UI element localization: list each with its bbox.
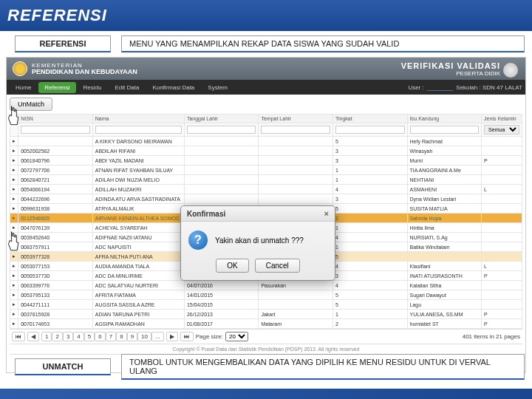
- pager-page[interactable]: 3: [63, 332, 73, 341]
- chevron-right-icon: ▸: [13, 311, 16, 316]
- filter-input[interactable]: [21, 126, 90, 134]
- banner-title: REFERENSI: [7, 6, 107, 25]
- gov-logo-icon: [13, 61, 27, 76]
- annotation-right-top: MENU YANG MENAMPILKAN REKAP DATA SISWA Y…: [121, 35, 525, 52]
- pager-first[interactable]: ⏮: [12, 332, 25, 341]
- pager-next[interactable]: ▶: [166, 332, 178, 341]
- content-area: UnMatch NISNNamaTanggal LahirTempat Lahi…: [7, 95, 525, 372]
- nav-item-system[interactable]: System: [202, 82, 233, 93]
- bottom-strip: [0, 389, 532, 399]
- column-header[interactable]: Tanggal Lahir: [184, 115, 259, 123]
- column-header[interactable]: Nama: [92, 115, 184, 123]
- pager-page[interactable]: ...: [151, 332, 164, 341]
- table-row[interactable]: ▸0070174653AGSIPA RAMADHAN01/08/2017Mata…: [10, 319, 522, 329]
- pager-page[interactable]: 6: [95, 332, 105, 341]
- pager-summary: 401 items in 21 pages: [463, 333, 520, 340]
- dialog-message: Yakin akan di unmatch ???: [215, 236, 304, 245]
- confirm-dialog: Konfirmasi × ? Yakin akan di unmatch ???…: [180, 205, 335, 281]
- chevron-right-icon: ▸: [13, 138, 16, 143]
- annotation-left-bottom: UNMATCH: [15, 358, 111, 375]
- bottom-annotation-row: UNMATCH TOMBOL UNTUK MENGEMBALIKAN DATA …: [0, 354, 532, 380]
- table-row[interactable]: ▸0052002582ABDILAH RIFANI3Winasyah: [10, 146, 522, 156]
- dialog-buttons: OK Cancel: [181, 254, 335, 280]
- filter-input[interactable]: [187, 126, 256, 134]
- pager-page[interactable]: 9: [127, 332, 137, 341]
- pager-page[interactable]: 4: [73, 332, 83, 341]
- chevron-right-icon: ▸: [13, 301, 16, 307]
- chevron-right-icon: ▸: [13, 253, 16, 259]
- chevron-right-icon: ▸: [13, 205, 16, 211]
- cancel-button[interactable]: Cancel: [255, 259, 300, 273]
- nav-user-label: User :: [408, 84, 423, 91]
- nav-item-residu[interactable]: Residu: [78, 82, 108, 93]
- column-header[interactable]: Ibu Kandung: [407, 115, 482, 123]
- chevron-right-icon: ▸: [13, 157, 16, 163]
- column-header[interactable]: Jenis Kelamin: [482, 115, 522, 123]
- annotation-right-bottom: TOMBOL UNTUK MENGEMBALIKAN DATA YANG DIP…: [121, 354, 525, 380]
- pager-page[interactable]: 8: [116, 332, 126, 341]
- chevron-right-icon: ▸: [13, 148, 16, 153]
- filter-select[interactable]: Semua: [484, 125, 519, 134]
- pager-last[interactable]: ⏭: [180, 332, 194, 341]
- verval-block: VERIFIKASI VALIDASI PESERTA DIDIK: [401, 61, 519, 77]
- pager-size-select[interactable]: 20: [225, 332, 248, 341]
- pager-page[interactable]: 10: [137, 332, 151, 341]
- filter-input[interactable]: [410, 126, 480, 134]
- filter-input[interactable]: [261, 126, 330, 134]
- dialog-title-text: Konfirmasi: [187, 210, 225, 218]
- pager-page[interactable]: 7: [106, 332, 116, 341]
- navbar: HomeReferensiResiduEdit DataKonfirmasi D…: [7, 80, 525, 95]
- nav-item-edit-data[interactable]: Edit Data: [109, 82, 146, 93]
- pager-prev[interactable]: ◀: [27, 332, 39, 341]
- chevron-right-icon: ▸: [13, 234, 16, 239]
- nav-item-home[interactable]: Home: [10, 82, 37, 93]
- dialog-body: ? Yakin akan di unmatch ???: [181, 222, 335, 254]
- chevron-right-icon: ▸: [13, 186, 16, 191]
- annotation-left-top: REFERENSI: [15, 35, 111, 52]
- pager-page[interactable]: 5: [84, 332, 95, 341]
- chevron-right-icon: ▸: [13, 196, 16, 201]
- table-row[interactable]: ▸0061840796ABDI YAZIL MADANI3MurniP: [10, 156, 522, 166]
- top-annotation-row: REFERENSI MENU YANG MENAMPILKAN REKAP DA…: [0, 35, 532, 52]
- footer-copyright: Copyright © Pusat Data dan Statistik Pen…: [10, 344, 522, 354]
- chevron-right-icon: ▸: [13, 273, 16, 278]
- nav-item-referensi[interactable]: Referensi: [38, 82, 75, 93]
- table-row[interactable]: ▸0037815928ADIAN TARUNA PETRI26/12/2013J…: [10, 310, 522, 319]
- filter-row: Semua: [10, 123, 522, 137]
- top-banner: REFERENSI: [0, 0, 532, 31]
- dialog-titlebar[interactable]: Konfirmasi ×: [181, 206, 335, 222]
- chevron-right-icon: ▸: [13, 225, 16, 230]
- nav-item-konfirmasi-data[interactable]: Konfirmasi Data: [146, 82, 200, 93]
- column-header[interactable]: Tingkat: [333, 115, 408, 123]
- pager-page[interactable]: 2: [52, 332, 62, 341]
- gov-header: KEMENTERIAN PENDIDIKAN DAN KEBUDAYAAN VE…: [7, 58, 525, 80]
- table-row[interactable]: ▸0072797706ATNAN RIFAT SYAHBAN SILUAY1TI…: [10, 166, 522, 175]
- close-icon[interactable]: ×: [324, 209, 329, 218]
- filter-input[interactable]: [95, 126, 182, 134]
- table-row[interactable]: ▸A KIKKY DARSONO MEIRAWAN5Hefy Rachmat: [10, 137, 522, 146]
- verval-line1: VERIFIKASI VALIDASI: [401, 61, 500, 70]
- chevron-right-icon: ▸: [13, 321, 16, 326]
- gov-text: KEMENTERIAN PENDIDIKAN DAN KEBUDAYAAN: [32, 63, 137, 75]
- nav-user-link[interactable]: ________: [427, 84, 454, 91]
- table-row[interactable]: ▸0044222696ADINDA ATU ARVA SASTRADINATA3…: [10, 194, 522, 204]
- pager-page[interactable]: 1: [41, 332, 52, 341]
- ok-button[interactable]: OK: [216, 259, 248, 273]
- column-header[interactable]: Tempat Lahir: [259, 115, 333, 123]
- unmatch-button[interactable]: UnMatch: [10, 98, 52, 111]
- column-header[interactable]: [10, 115, 18, 123]
- toolbar: UnMatch: [10, 98, 522, 111]
- filter-input[interactable]: [335, 126, 405, 134]
- chevron-right-icon: ▸: [13, 244, 16, 249]
- table-row[interactable]: ▸0063399776ADC SALATYAU NURTERI04/07/201…: [10, 281, 522, 290]
- gov-line2: PENDIDIKAN DAN KEBUDAYAAN: [32, 69, 137, 75]
- chevron-right-icon: ▸: [13, 215, 16, 220]
- column-header[interactable]: NISN: [18, 115, 93, 123]
- table-row[interactable]: ▸0053795133AFRITA FIATAMA14/01/20155Suga…: [10, 290, 522, 300]
- table-row[interactable]: ▸0054066194ADILLAH MUZAKRI4ASMAHENIL: [10, 185, 522, 194]
- table-row[interactable]: ▸0062840721ADILAH DWI NUZIA MELIO1NEHTIA…: [10, 175, 522, 185]
- pager: ⏮ ◀ 12345678910... ▶ ⏭ Page size: 20 401…: [10, 329, 522, 344]
- table-row[interactable]: ▸0044271111AUGSITA SASSILA AZRE15/04/201…: [10, 300, 522, 310]
- nav-right: User : ________ Sekolah : SDN 47 LALAT: [408, 84, 522, 91]
- chevron-right-icon: ▸: [13, 177, 16, 182]
